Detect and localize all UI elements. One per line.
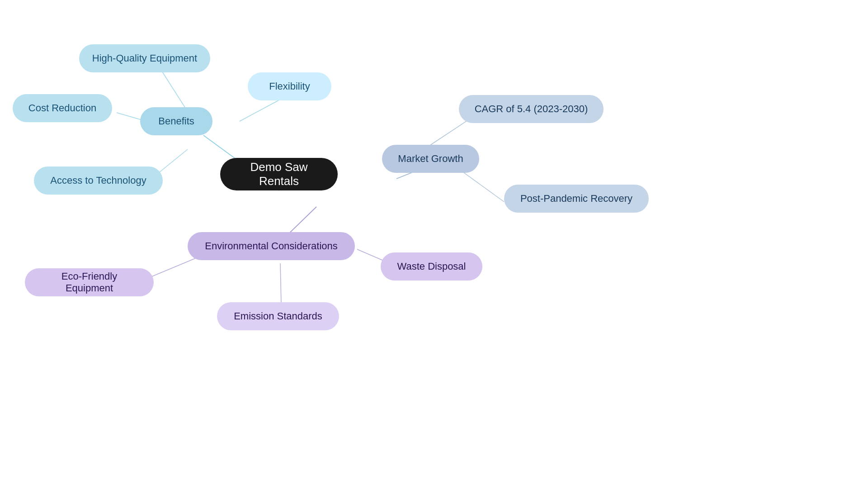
benefits-node: Benefits [140,107,212,135]
cost-reduction-node: Cost Reduction [13,94,112,122]
access-technology-node: Access to Technology [34,167,163,195]
emission-standards-node: Emission Standards [217,302,339,330]
center-node: Demo Saw Rentals [220,158,338,190]
svg-line-11 [280,263,281,304]
environmental-node: Environmental Considerations [188,232,355,260]
waste-disposal-node: Waste Disposal [381,252,482,281]
svg-line-8 [287,207,316,235]
high-quality-node: High-Quality Equipment [79,44,210,72]
market-growth-node: Market Growth [382,145,479,173]
eco-friendly-node: Eco-Friendly Equipment [25,268,154,296]
post-pandemic-node: Post-Pandemic Recovery [504,185,649,213]
cagr-node: CAGR of 5.4 (2023-2030) [459,95,604,123]
flexibility-node: Flexibility [248,72,331,100]
